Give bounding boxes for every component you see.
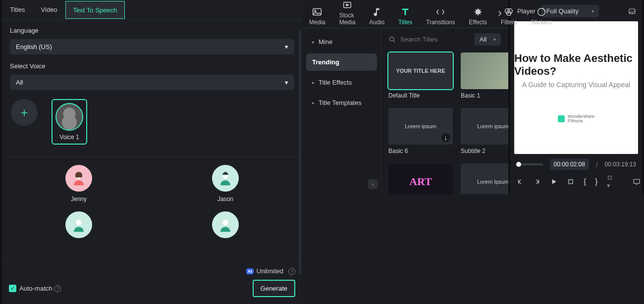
stickers-icon (536, 6, 547, 17)
aspect-dropdown[interactable]: ▾ (607, 174, 615, 189)
language-select[interactable]: English (US)▾ (10, 39, 294, 54)
tile-art[interactable]: ART (388, 163, 453, 194)
search-input[interactable] (400, 36, 470, 43)
download-icon[interactable]: ⭳ (441, 133, 450, 142)
chevron-down-icon: ▾ (285, 79, 288, 86)
voice-preset-4[interactable] (212, 211, 239, 238)
next-frame-icon[interactable] (533, 178, 541, 186)
sidebar-item-mine[interactable]: ▸Mine (306, 33, 377, 51)
filter-dropdown[interactable]: All (475, 33, 501, 46)
add-voice-button[interactable]: ＋ (11, 99, 38, 126)
prev-frame-icon[interactable] (516, 178, 524, 186)
stock-media-icon (342, 0, 353, 10)
transitions-icon (435, 6, 446, 17)
audio-icon (372, 6, 382, 17)
mark-out-icon[interactable]: } (595, 177, 597, 186)
caret-right-icon: ▸ (312, 80, 315, 85)
svg-point-1 (315, 10, 316, 12)
chevron-down-icon: ▾ (285, 43, 288, 51)
right-panel-scrollbar[interactable] (299, 30, 301, 274)
avatar-icon (65, 211, 92, 238)
tab-audio[interactable]: Audio (366, 4, 387, 28)
sidebar-item-title-effects[interactable]: ▸Title Effects (306, 74, 377, 91)
svg-point-19 (222, 220, 228, 225)
voice-filter-select[interactable]: All▾ (10, 75, 294, 90)
sidebar-item-title-templates[interactable]: ▸Title Templates (306, 94, 377, 111)
caret-right-icon: ▸ (312, 100, 315, 105)
divider (8, 156, 296, 157)
stop-icon[interactable] (567, 178, 575, 186)
media-icon (312, 6, 322, 17)
rtab-video[interactable]: Video (33, 1, 65, 18)
search-icon (388, 36, 396, 44)
mark-in-icon[interactable]: { (584, 177, 586, 186)
effects-icon (473, 6, 483, 17)
current-time: 00:00:02:08 (550, 159, 589, 170)
rtab-tts[interactable]: Text To Speech (65, 1, 125, 19)
voice-avatar-icon (55, 103, 83, 131)
tile-lorem[interactable]: Lorem Ipsum (461, 163, 508, 194)
tab-stock-media[interactable]: Stock Media (336, 0, 359, 28)
tile-default-title[interactable]: YOUR TITLE HEREDefault Title (388, 52, 453, 99)
tab-stickers[interactable]: Stickers (528, 4, 555, 28)
preview-viewport[interactable]: How to Make Aesthetic Videos? A Guide to… (514, 21, 638, 154)
rtab-titles[interactable]: Titles (2, 1, 33, 18)
watermark: Wondershare Filmora (558, 114, 594, 123)
svg-marker-3 (346, 4, 349, 6)
tile-thumb: Lorem ipsum⭳ (461, 108, 508, 145)
ai-badge: AI (246, 268, 254, 274)
tile-thumb: Lorem ipsum⭳ (388, 108, 453, 145)
scrub-bar[interactable] (516, 163, 543, 165)
tile-thumb: Lorem Ipsum (461, 163, 508, 194)
svg-rect-12 (608, 176, 611, 180)
display-icon[interactable] (633, 178, 641, 186)
tile-subtitle-2[interactable]: Lorem ipsum⭳Subtitle 2 (461, 108, 508, 154)
tab-media[interactable]: Media (306, 4, 328, 28)
filters-icon (503, 6, 514, 17)
avatar-female-icon (65, 165, 92, 192)
auto-match-checkbox[interactable]: ✓Auto-match? (9, 285, 61, 292)
voice-preset-3[interactable] (65, 211, 92, 238)
tile-thumb: YOUR TITLE HERE (388, 52, 453, 89)
preview-title: How to Make Aesthetic Videos? (514, 52, 638, 78)
total-duration: 00:03:19:13 (605, 161, 636, 168)
voice-preset-jenny[interactable]: Jenny (65, 165, 92, 203)
tab-titles[interactable]: Titles (395, 4, 415, 28)
svg-point-18 (76, 220, 81, 225)
play-icon[interactable] (550, 178, 558, 186)
select-voice-label: Select Voice (10, 62, 294, 70)
caret-right-icon: ▸ (312, 39, 315, 45)
avatar-icon (212, 211, 239, 238)
svg-rect-13 (634, 179, 640, 183)
gallery-more-menu[interactable]: ••• (506, 35, 508, 44)
language-label: Language (10, 27, 294, 34)
svg-marker-10 (552, 179, 556, 184)
voice-preset-jason[interactable]: Jason (212, 165, 239, 203)
tile-thumb: ART (388, 163, 453, 194)
help-icon[interactable]: ? (54, 285, 61, 292)
preview-subtitle: A Guide to Capturing Visual Appeal (522, 81, 630, 89)
tile-basic-6[interactable]: Lorem ipsum⭳Basic 6 (388, 108, 453, 154)
unlimited-label: Unlimited (257, 267, 283, 275)
tabs-overflow-icon[interactable] (495, 9, 504, 18)
sidebar-item-trending[interactable]: Trending (306, 53, 377, 71)
avatar-male-icon (212, 165, 239, 192)
snapshot-icon[interactable] (628, 7, 636, 15)
svg-rect-0 (313, 9, 322, 15)
tab-transitions[interactable]: Transitions (423, 4, 458, 28)
generate-button[interactable]: Generate (253, 280, 295, 297)
tile-thumb (461, 52, 508, 89)
sidebar-collapse-button[interactable]: ‹ (368, 179, 378, 189)
voice-custom-selected[interactable]: Voice 1 (52, 99, 87, 145)
svg-rect-11 (569, 180, 573, 184)
tile-basic-1[interactable]: Basic 1 (461, 52, 508, 99)
svg-point-8 (390, 37, 394, 41)
tab-effects[interactable]: Effects (466, 4, 490, 28)
titles-icon (400, 6, 411, 17)
scrub-handle[interactable] (516, 162, 521, 167)
help-icon[interactable]: ? (288, 268, 295, 275)
top-tab-bar: Media Stock Media Audio Titles Transitio… (302, 0, 508, 28)
